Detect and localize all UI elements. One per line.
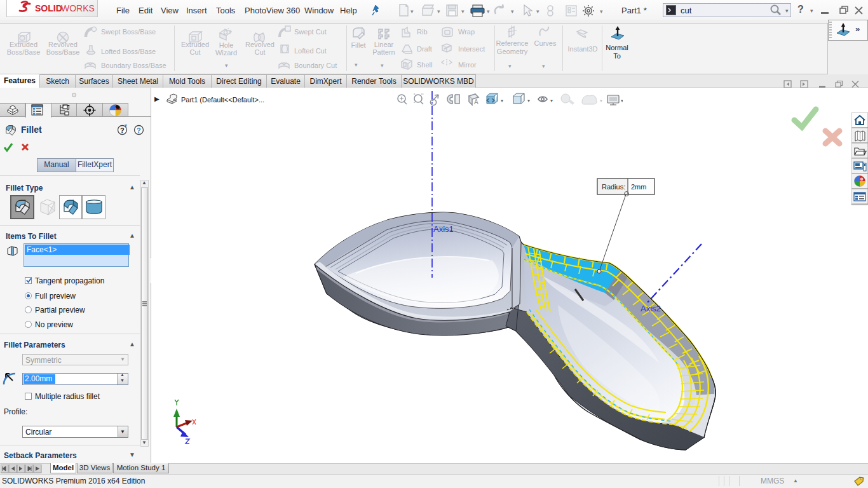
svg-text:2mm: 2mm	[631, 183, 646, 191]
svg-text:▾: ▾	[527, 98, 530, 104]
svg-text:▾: ▾	[600, 98, 602, 104]
svg-text:▾: ▾	[511, 8, 514, 15]
svg-text:▾: ▾	[410, 8, 414, 15]
svg-text:▾: ▾	[501, 98, 503, 104]
svg-text:Axis1: Axis1	[433, 224, 454, 234]
svg-text:SOLID: SOLID	[35, 3, 62, 13]
svg-text:▾: ▾	[621, 98, 623, 104]
svg-text:A: A	[474, 98, 478, 105]
svg-text:*: *	[125, 125, 127, 130]
svg-text:▾: ▾	[461, 8, 465, 15]
svg-text:▾: ▾	[437, 8, 440, 15]
svg-text:▾: ▾	[600, 8, 603, 15]
svg-text:?: ?	[120, 126, 125, 134]
svg-text:▾: ▾	[536, 8, 539, 15]
svg-text:?: ?	[137, 126, 141, 134]
svg-text:▾: ▾	[487, 8, 490, 15]
svg-text:WORKS: WORKS	[61, 3, 95, 13]
svg-text:▾: ▾	[550, 98, 553, 104]
svg-text:Axis2: Axis2	[641, 304, 661, 313]
svg-text:Radius:: Radius:	[602, 183, 625, 191]
